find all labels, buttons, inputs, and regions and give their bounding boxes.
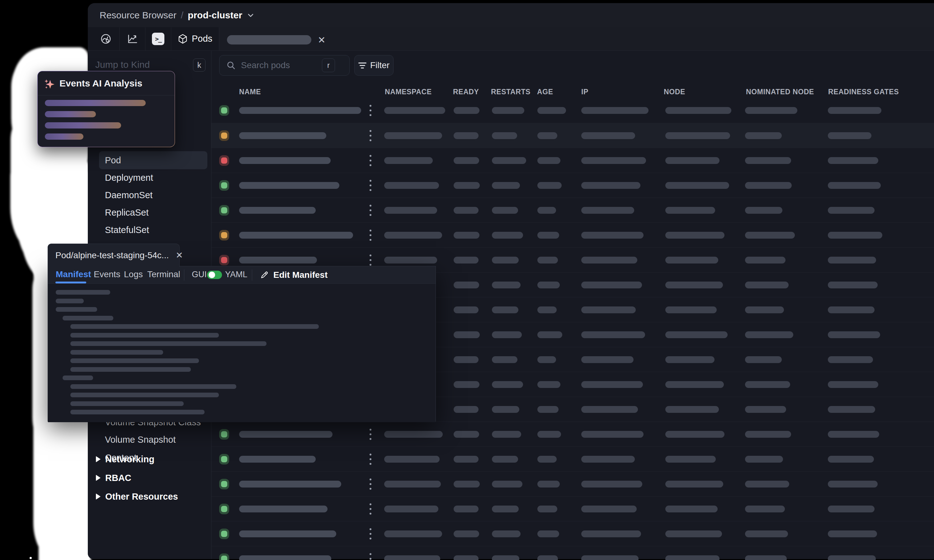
row-menu-icon[interactable]: [368, 178, 373, 192]
panel-separator: [252, 269, 252, 281]
table-row[interactable]: [211, 123, 934, 148]
table-row[interactable]: [211, 198, 934, 223]
table-row[interactable]: [211, 422, 934, 447]
row-menu-icon[interactable]: [368, 452, 373, 466]
manifest-line-skeleton: [63, 316, 113, 320]
cluster-name[interactable]: prod-cluster: [188, 10, 242, 20]
manifest-skeleton: [48, 283, 436, 422]
row-menu-icon[interactable]: [368, 502, 373, 516]
tab-pods[interactable]: Pods: [171, 27, 219, 51]
cell-skeleton: [665, 531, 722, 537]
cell-skeleton: [454, 356, 479, 363]
status-core: [221, 182, 227, 189]
sidebar-group-networking[interactable]: Networking: [96, 450, 207, 468]
sidebar-item-statefulset[interactable]: StatefulSet: [99, 221, 207, 239]
sidebar-group-other-resources[interactable]: Other Resources: [96, 488, 207, 506]
cell-skeleton: [745, 132, 782, 139]
row-menu-icon[interactable]: [368, 203, 373, 217]
detail-panel-title-tab[interactable]: Pod/alpine-test-staging-54c... ✕: [48, 244, 180, 267]
table-row[interactable]: [211, 148, 934, 173]
table-row[interactable]: [211, 471, 934, 497]
sidebar-item-replicaset[interactable]: ReplicaSet: [99, 203, 207, 222]
cell-skeleton: [239, 531, 336, 537]
filter-label: Filter: [370, 60, 390, 70]
sidebar-item-daemonset[interactable]: DaemonSet: [99, 186, 207, 204]
cell-skeleton: [745, 431, 791, 438]
cell-skeleton: [828, 381, 878, 388]
cube-icon: [177, 34, 188, 44]
edit-manifest-button[interactable]: Edit Manifest: [260, 266, 328, 283]
cell-skeleton: [492, 506, 519, 512]
sidebar-item-volume-snapshot-content[interactable]: Volume Snapshot Content: [99, 431, 207, 449]
status-red-icon: [219, 255, 229, 265]
row-menu-icon[interactable]: [368, 477, 373, 491]
panel-tab-terminal[interactable]: Terminal: [147, 266, 180, 283]
cell-skeleton: [665, 182, 729, 189]
ai-skeleton-bar: [45, 100, 146, 106]
status-core: [221, 531, 227, 537]
cell-skeleton: [828, 157, 878, 164]
search-input[interactable]: [240, 60, 319, 71]
cell-skeleton: [492, 107, 524, 114]
cell-skeleton: [239, 182, 339, 189]
close-tab-icon[interactable]: ✕: [314, 32, 329, 48]
panel-tab-logs[interactable]: Logs: [124, 266, 143, 283]
gui-yaml-toggle[interactable]: [207, 271, 222, 279]
cell-skeleton: [492, 232, 523, 238]
row-menu-icon[interactable]: [368, 129, 373, 143]
loading-tab-title-skeleton[interactable]: [227, 35, 311, 45]
events-ai-title: Events AI Analysis: [60, 78, 142, 89]
tab-separator: [219, 28, 219, 51]
manifest-line-skeleton: [70, 350, 163, 355]
cell-skeleton: [581, 431, 644, 438]
cell-skeleton: [537, 356, 556, 363]
panel-tab-events[interactable]: Events: [94, 266, 120, 283]
row-menu-icon[interactable]: [368, 253, 373, 267]
cluster-overview-button[interactable]: [92, 27, 119, 51]
table-row[interactable]: [211, 521, 934, 546]
table-row[interactable]: [211, 496, 934, 522]
ai-skeleton-bar: [45, 111, 96, 117]
filter-button[interactable]: Filter: [354, 55, 393, 75]
cell-skeleton: [537, 207, 556, 214]
sidebar-group-rbac[interactable]: RBAC: [96, 469, 207, 487]
metrics-button[interactable]: [120, 27, 145, 51]
status-green-icon: [219, 180, 229, 191]
cell-skeleton: [537, 555, 558, 560]
cell-skeleton: [745, 555, 787, 560]
status-green-icon: [219, 454, 229, 465]
cell-skeleton: [665, 431, 724, 438]
panel-tab-manifest[interactable]: Manifest: [56, 266, 91, 283]
close-panel-icon[interactable]: ✕: [176, 250, 183, 260]
table-row[interactable]: [211, 546, 934, 560]
search-box[interactable]: r: [219, 55, 350, 75]
terminal-button[interactable]: >_: [145, 27, 171, 51]
chevron-down-icon[interactable]: [247, 11, 255, 19]
cell-skeleton: [581, 456, 635, 463]
manifest-line-skeleton: [56, 307, 97, 312]
column-header-node: NODE: [664, 88, 685, 96]
column-header-ready: READY: [453, 88, 479, 96]
row-menu-icon[interactable]: [368, 154, 373, 168]
sidebar-item-deployment[interactable]: Deployment: [99, 169, 207, 187]
row-menu-icon[interactable]: [368, 104, 373, 117]
cell-skeleton: [745, 306, 784, 313]
table-row[interactable]: [211, 173, 934, 198]
row-menu-icon[interactable]: [368, 228, 373, 242]
row-menu-icon[interactable]: [368, 552, 373, 560]
status-green-icon: [219, 554, 229, 560]
table-row[interactable]: [211, 446, 934, 472]
cell-skeleton: [492, 356, 518, 363]
row-menu-icon[interactable]: [368, 428, 373, 441]
jump-to-kind-input[interactable]: Jump to Kind: [95, 59, 150, 70]
cell-skeleton: [828, 431, 879, 438]
status-green-icon: [219, 504, 229, 514]
row-menu-icon[interactable]: [368, 527, 373, 541]
cell-skeleton: [384, 132, 442, 139]
cell-skeleton: [828, 232, 882, 238]
table-row[interactable]: [211, 222, 934, 248]
cell-skeleton: [828, 306, 874, 313]
table-row[interactable]: [211, 98, 934, 123]
status-green-icon: [219, 429, 229, 440]
sidebar-item-pod[interactable]: Pod: [99, 151, 207, 169]
